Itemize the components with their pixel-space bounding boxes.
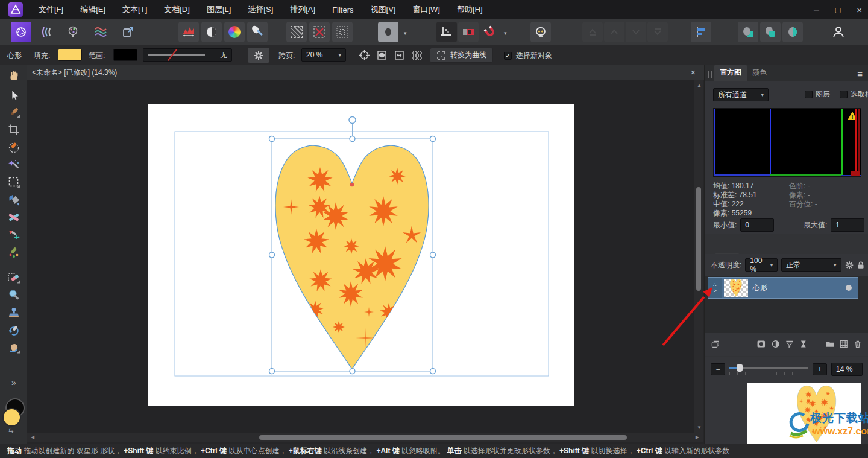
spread-select[interactable]: 20 % ▾ (301, 48, 346, 62)
layer-thumbnail[interactable] (724, 279, 748, 297)
maximize-button[interactable]: ▢ (835, 6, 841, 14)
color-replacement-brush-tool[interactable] (7, 245, 21, 259)
canvas-viewport[interactable] (27, 80, 694, 433)
min-input[interactable]: 0 (740, 218, 774, 232)
snapping-caret-icon[interactable]: ▾ (500, 30, 507, 36)
cycle-selection-box-icon[interactable] (357, 49, 371, 61)
selection-brush-tool[interactable] (7, 140, 21, 154)
fill-swatch[interactable] (58, 49, 82, 61)
auto-white-balance-icon[interactable] (247, 22, 268, 42)
swap-colors-icon[interactable]: ⇆ (8, 427, 13, 434)
horizontal-scrollbar[interactable]: ◀ ▶ (27, 433, 703, 442)
tab-color[interactable]: 颜色 (747, 65, 772, 81)
new-layer-icon[interactable] (839, 339, 849, 349)
export-persona-button[interactable] (118, 22, 139, 42)
scroll-left-icon[interactable]: ◀ (31, 435, 34, 440)
menu-select[interactable]: 选择[S] (248, 4, 273, 15)
tone-mapping-persona-button[interactable] (90, 22, 111, 42)
boolean-subtract-icon[interactable] (760, 22, 781, 42)
color-selector[interactable]: ⇆ (2, 398, 25, 436)
invert-selection-icon[interactable] (332, 22, 353, 42)
view-tool[interactable] (7, 69, 21, 83)
layer-checkbox[interactable]: 图层 (805, 89, 830, 100)
layer-expand-handle[interactable]: ∴> (708, 278, 722, 298)
crop-tool[interactable] (7, 122, 21, 137)
select-all-icon[interactable] (286, 22, 307, 42)
panel-grip[interactable] (708, 71, 712, 78)
mask-mode-button[interactable] (378, 22, 398, 42)
menu-window[interactable]: 窗口[W] (412, 4, 440, 15)
force-pixel-alignment-icon[interactable] (458, 22, 479, 42)
minimize-button[interactable]: – (814, 4, 819, 15)
zoom-slider-handle[interactable] (737, 364, 743, 372)
move-tool[interactable] (7, 88, 21, 103)
snap-grid-icon[interactable] (410, 49, 423, 61)
zoom-out-button[interactable]: − (711, 363, 725, 375)
vector-transform-tool[interactable] (7, 227, 21, 242)
menu-file[interactable]: 文件[F] (39, 4, 63, 15)
fill-gradient-tool[interactable] (7, 192, 21, 207)
auto-levels-icon[interactable] (178, 22, 199, 42)
deselect-icon[interactable] (309, 22, 330, 42)
smudge-tool[interactable] (7, 340, 21, 355)
max-input[interactable]: 1 (831, 218, 864, 232)
clone-stamp-tool[interactable] (7, 305, 21, 320)
layer-row[interactable]: ∴> 心形 (708, 277, 858, 299)
delete-layer-icon[interactable] (853, 339, 863, 349)
convert-to-curves-button[interactable]: 转换为曲线 (430, 48, 493, 63)
panel-menu-icon[interactable]: ≡ (857, 69, 863, 79)
menu-filters[interactable]: Filters (332, 5, 353, 14)
assistant-icon[interactable] (530, 22, 551, 42)
mask-mode-caret-icon[interactable]: ▾ (400, 30, 407, 36)
menu-document[interactable]: 文档[D] (164, 4, 190, 15)
opacity-select[interactable]: 100 %▾ (745, 258, 778, 272)
account-icon[interactable] (828, 22, 849, 42)
vertical-scrollbar[interactable]: ▲ ▼ (694, 80, 703, 433)
scroll-down-icon[interactable]: ▼ (697, 425, 702, 430)
stroke-settings-button[interactable] (248, 48, 269, 63)
color-picker-tool[interactable] (7, 105, 21, 119)
horizontal-scroll-thumb[interactable] (259, 435, 627, 440)
tab-histogram[interactable]: 直方图 (714, 65, 747, 81)
document-close-icon[interactable]: × (691, 68, 696, 77)
stroke-width-control[interactable]: 无 (143, 48, 232, 62)
mask-layer-icon[interactable] (756, 339, 766, 349)
pause-history-icon[interactable] (799, 339, 808, 349)
transform-mode-icon[interactable] (392, 49, 406, 61)
layer-visibility-dot[interactable] (846, 285, 852, 291)
auto-contrast-icon[interactable] (201, 22, 222, 42)
adjustment-layer-icon[interactable] (771, 339, 781, 349)
photo-persona-button[interactable] (11, 22, 31, 42)
liquify-persona-button[interactable] (36, 22, 57, 42)
live-filter-icon[interactable] (785, 339, 794, 349)
blend-mode-select[interactable]: 正常▾ (781, 258, 841, 272)
close-button[interactable]: × (857, 5, 862, 15)
zoom-tool[interactable] (7, 288, 21, 302)
zoom-in-button[interactable]: + (813, 363, 827, 375)
scroll-up-icon[interactable]: ▲ (697, 83, 702, 88)
menu-layer[interactable]: 图层[L] (207, 4, 231, 15)
fill-color-circle[interactable] (2, 408, 21, 427)
scroll-right-icon[interactable]: ▶ (696, 435, 699, 440)
duplicate-layer-icon[interactable] (711, 339, 720, 349)
snapping-magnet-icon[interactable] (480, 22, 500, 42)
menu-view[interactable]: 视图[V] (371, 4, 396, 15)
select-new-object-checkbox[interactable]: ✓ 选择新对象 (504, 51, 552, 61)
channel-select[interactable]: 所有通道 ▾ (713, 88, 769, 101)
zoom-value-input[interactable]: 14 % (831, 363, 863, 376)
flood-select-tool[interactable] (7, 157, 21, 172)
auto-color-icon[interactable] (224, 22, 245, 42)
boolean-add-icon[interactable] (738, 22, 758, 42)
zoom-slider[interactable] (729, 363, 808, 375)
snapping-presets-icon[interactable] (436, 22, 457, 42)
develop-persona-button[interactable] (63, 22, 83, 42)
menu-edit[interactable]: 编辑[E] (80, 4, 105, 15)
lock-icon[interactable] (857, 261, 864, 270)
stroke-swatch[interactable] (113, 49, 137, 61)
layer-settings-gear-icon[interactable] (845, 261, 854, 270)
marquee-select-tool[interactable] (7, 175, 21, 189)
marquee-checkbox[interactable]: 选取框 (840, 89, 868, 100)
menu-arrange[interactable]: 排列[A] (290, 4, 315, 15)
document-tab[interactable]: <未命名> [已修改] (14.3%) (32, 68, 117, 78)
menu-text[interactable]: 文本[T] (122, 4, 147, 15)
